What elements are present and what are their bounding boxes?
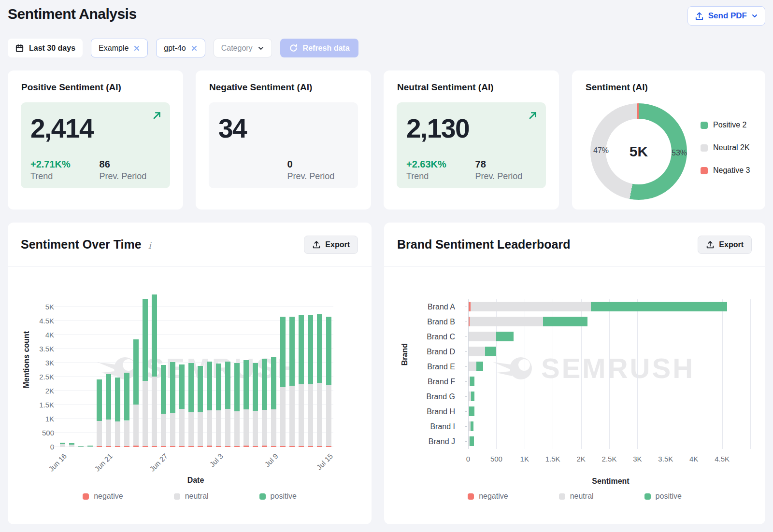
close-icon[interactable]: [191, 45, 198, 52]
bar-segment-positive: [280, 317, 286, 387]
y-tick-label: 2.5K: [8, 373, 54, 381]
trend-up-arrow-icon[interactable]: [152, 110, 162, 123]
positive-swatch: [701, 122, 708, 129]
bar-segment-neutral: [115, 421, 120, 446]
y-tick-label: 500: [8, 429, 54, 437]
bar-segment-negative: [299, 446, 304, 447]
x-tick-label: 4K: [689, 455, 698, 463]
filter-chip-gpt-4o[interactable]: gpt-4o: [156, 39, 205, 57]
y-tick-label: 2K: [8, 387, 54, 395]
legend-label: negative: [479, 492, 508, 501]
y-axis-labels: Brand ABrand BBrand CBrand DBrand EBrand…: [384, 299, 461, 449]
bar-segment-positive: [485, 347, 496, 356]
chevron-down-icon: [751, 13, 758, 19]
send-pdf-button[interactable]: Send PDF: [687, 6, 765, 26]
stacked-bar-plot[interactable]: Jun 16Jun 21Jun 27Jul 3Jul 9Jul 15: [58, 288, 333, 447]
horizontal-bar-plot[interactable]: 05001K1.5K2K2.5K3K3.5K4K4.5K: [468, 299, 753, 449]
legend-item-negative[interactable]: Negative 3: [701, 166, 750, 175]
legend-item-neutral[interactable]: Neutral 2K: [701, 143, 750, 152]
chevron-down-icon: [258, 45, 264, 52]
x-tick-label: Jun 27: [148, 452, 170, 473]
x-tick-label: 1K: [520, 455, 529, 463]
kpi-trend-label: Trend: [406, 171, 475, 182]
neutral-swatch: [559, 493, 565, 500]
bar-segment-negative: [106, 446, 111, 447]
bar-segment-positive: [106, 374, 111, 420]
calendar-icon: [15, 43, 24, 53]
donut-legend: Positive 2 Neutral 2K Negative 3: [701, 121, 750, 189]
bar-segment-positive: [198, 366, 203, 413]
bar-segment-positive: [152, 294, 157, 377]
export-button[interactable]: Export: [698, 236, 752, 254]
send-pdf-label: Send PDF: [708, 11, 747, 21]
legend-item-negative[interactable]: negative: [83, 492, 123, 501]
y-tick-label: 4K: [8, 331, 54, 339]
gridline: [694, 299, 694, 449]
donut-label-neutral-pct: 47%: [593, 146, 609, 155]
bar-segment-neutral: [225, 409, 230, 446]
bar-segment-positive: [188, 363, 194, 412]
legend-item-neutral[interactable]: neutral: [559, 492, 594, 501]
bar-segment-neutral: [69, 445, 74, 447]
legend-label: positive: [656, 492, 682, 501]
info-icon[interactable]: i: [148, 240, 151, 251]
chart-title: Brand Sentiment Leaderboard: [397, 238, 570, 252]
kpi-prev-label: Prev. Period: [287, 171, 335, 182]
x-tick-label: 3.5K: [658, 455, 673, 463]
bar-segment-positive: [262, 359, 267, 409]
refresh-data-button[interactable]: Refresh data: [280, 39, 358, 57]
x-tick-label: Jul 3: [208, 452, 224, 468]
bar-segment-negative: [289, 446, 295, 447]
bar-segment-negative: [225, 446, 230, 447]
trend-up-arrow-icon[interactable]: [528, 110, 538, 123]
y-tick: [465, 366, 467, 367]
filter-chip-example[interactable]: Example: [91, 39, 148, 57]
legend-item-positive[interactable]: positive: [259, 492, 297, 501]
bar-segment-positive: [471, 421, 473, 431]
negative-swatch: [83, 493, 89, 500]
bar-segment-positive: [271, 357, 276, 409]
bar-segment-neutral: [207, 410, 212, 445]
bar-segment-positive: [207, 362, 212, 410]
date-range-label: Last 30 days: [29, 44, 75, 53]
bar-segment-positive: [470, 377, 474, 386]
bar-segment-neutral: [469, 362, 476, 371]
gridline: [666, 299, 666, 449]
bar-segment-positive: [543, 317, 587, 326]
bar-segment-positive: [124, 373, 129, 420]
legend-item-positive[interactable]: positive: [644, 492, 682, 501]
close-icon[interactable]: [133, 45, 140, 52]
bar-segment-neutral: [469, 332, 496, 341]
bar-segment-neutral: [188, 412, 194, 446]
bar-segment-negative: [234, 446, 240, 447]
bar-segment-neutral: [280, 387, 286, 446]
bar-segment-neutral: [243, 409, 249, 446]
donut-card: Sentiment (AI) 5K 47% 53% Positive 2 Neu…: [572, 70, 765, 210]
y-tick-label: 5K: [8, 303, 54, 311]
x-tick-label: Jul 9: [263, 452, 279, 468]
bar-segment-positive: [289, 317, 295, 386]
legend-item-negative[interactable]: negative: [468, 492, 508, 501]
bar-segment-positive: [179, 364, 185, 409]
bar-segment-neutral: [471, 302, 591, 311]
page-title: Sentiment Analysis: [8, 6, 137, 22]
legend-item-neutral[interactable]: neutral: [174, 492, 209, 501]
bar-segment-negative: [198, 446, 203, 447]
bar-segment-negative: [179, 446, 185, 447]
export-button[interactable]: Export: [304, 236, 358, 254]
legend-item-positive[interactable]: Positive 2: [701, 121, 750, 129]
y-tick: [465, 411, 467, 412]
bar-segment-positive: [143, 299, 148, 381]
category-dropdown[interactable]: Category: [214, 39, 272, 57]
x-tick-label: Jun 16: [47, 452, 69, 473]
filter-chip-label: gpt-4o: [164, 44, 186, 53]
date-range-filter[interactable]: Last 30 days: [8, 39, 83, 57]
bar-segment-negative: [317, 446, 322, 447]
x-tick-label: 4.5K: [715, 455, 730, 463]
legend-label: negative: [94, 492, 123, 501]
bar-segment-neutral: [317, 383, 322, 446]
bar-segment-positive: [299, 315, 304, 384]
upload-icon: [312, 240, 321, 249]
bar-segment-neutral: [198, 412, 203, 446]
bar-segment-neutral: [469, 347, 485, 356]
